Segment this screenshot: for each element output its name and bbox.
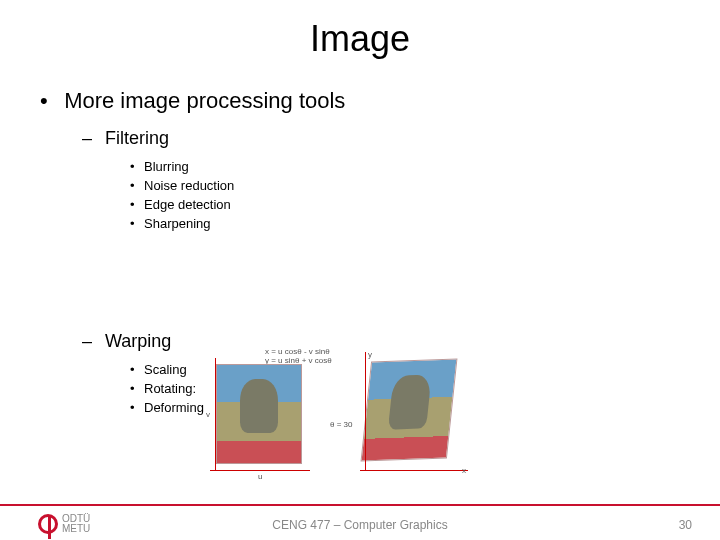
figure-theta: θ = 30	[330, 420, 352, 429]
section-warping-label: Warping	[105, 331, 171, 351]
filtering-item: •Blurring	[130, 159, 720, 174]
filtering-item-text: Sharpening	[144, 216, 211, 231]
axis-label-x: x	[462, 466, 466, 475]
dot-icon: •	[130, 381, 144, 396]
figure-image-original	[216, 364, 302, 464]
axis-label-y: y	[368, 350, 372, 359]
dash-icon: –	[82, 331, 100, 352]
axis-label-v: v	[206, 410, 210, 419]
filtering-item-text: Noise reduction	[144, 178, 234, 193]
knight-icon	[240, 379, 278, 433]
warping-item-text: Scaling	[144, 362, 187, 377]
section-filtering-label: Filtering	[105, 128, 169, 148]
figure-equations: x = u cosθ - v sinθ y = u sinθ + v cosθ	[265, 348, 332, 366]
filtering-item: •Sharpening	[130, 216, 720, 231]
axis-h-right	[360, 470, 468, 471]
section-filtering: – Filtering	[82, 128, 720, 149]
dot-icon: •	[130, 197, 144, 212]
warping-figure: x = u cosθ - v sinθ y = u sinθ + v cosθ …	[210, 348, 470, 478]
figure-image-rotated	[361, 359, 458, 462]
bullet-main: • More image processing tools	[40, 88, 720, 114]
page-number: 30	[679, 518, 692, 532]
filtering-item-text: Blurring	[144, 159, 189, 174]
dot-icon: •	[130, 178, 144, 193]
dash-icon: –	[82, 128, 100, 149]
slide-footer: ODTÜ METU CENG 477 – Computer Graphics 3…	[0, 504, 720, 540]
axis-v-right	[365, 352, 366, 470]
filtering-item-text: Edge detection	[144, 197, 231, 212]
dot-icon: •	[130, 362, 144, 377]
filtering-item: •Noise reduction	[130, 178, 720, 193]
dot-icon: •	[130, 159, 144, 174]
axis-v-left	[215, 358, 216, 470]
axis-h-left	[210, 470, 310, 471]
knight-icon	[388, 375, 432, 430]
filtering-item: •Edge detection	[130, 197, 720, 212]
axis-label-u: u	[258, 472, 262, 481]
warping-item-text: Rotating:	[144, 381, 196, 396]
slide: Image • More image processing tools – Fi…	[0, 0, 720, 540]
footer-course: CENG 477 – Computer Graphics	[0, 518, 720, 532]
slide-title: Image	[0, 0, 720, 60]
bullet-icon: •	[40, 88, 58, 114]
dot-icon: •	[130, 216, 144, 231]
bullet-main-text: More image processing tools	[64, 88, 345, 113]
dot-icon: •	[130, 400, 144, 415]
warping-item-text: Deforming	[144, 400, 204, 415]
